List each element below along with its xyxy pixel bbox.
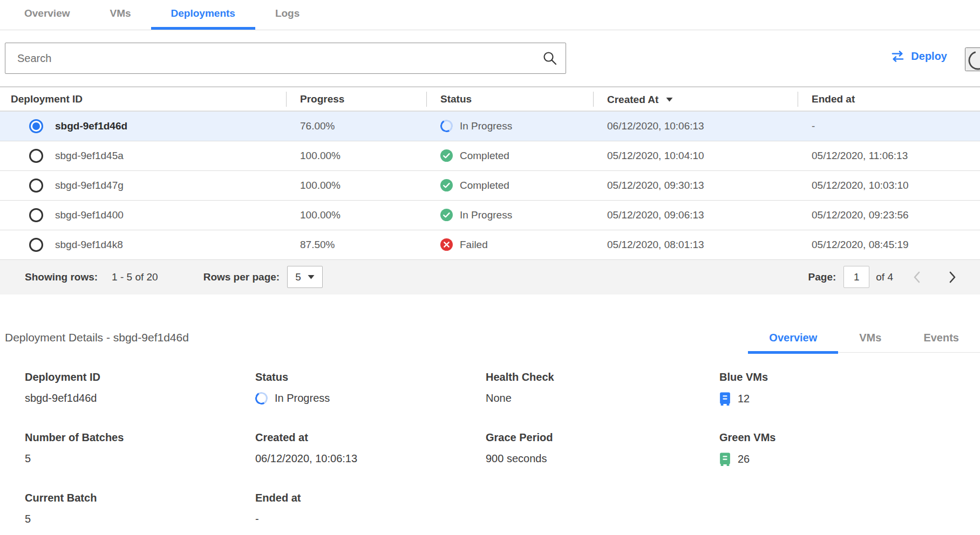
tab-logs[interactable]: Logs bbox=[255, 0, 319, 30]
chevron-down-icon bbox=[308, 275, 315, 279]
status-cell-td: Completed bbox=[426, 170, 593, 200]
status-wrap: Failed bbox=[440, 238, 593, 251]
deployment-id-cell: sbgd-9ef1d45a bbox=[0, 141, 286, 170]
row-radio-button[interactable] bbox=[29, 119, 43, 133]
refresh-button[interactable] bbox=[965, 47, 980, 71]
table-row[interactable]: sbgd-9ef1d4k887.50%Failed05/12/2020, 08:… bbox=[0, 230, 980, 259]
search-box bbox=[5, 43, 566, 74]
detail-field-label: Grace Period bbox=[486, 431, 719, 444]
column-header-created-at[interactable]: Created At bbox=[593, 87, 798, 111]
status-wrap: In Progress bbox=[440, 209, 593, 221]
detail-field-created-at: Created at06/12/2020, 10:06:13 bbox=[255, 431, 486, 466]
details-tab-overview[interactable]: Overview bbox=[748, 332, 838, 354]
deployment-id-text: sbgd-9ef1d46d bbox=[55, 120, 127, 132]
detail-field-value-text: 12 bbox=[738, 393, 750, 405]
column-header-status[interactable]: Status bbox=[426, 87, 593, 111]
detail-field-value: None bbox=[486, 392, 719, 404]
ended-at-cell: - bbox=[798, 111, 980, 141]
column-header-label: Ended at bbox=[812, 93, 855, 105]
detail-field-status: StatusIn Progress bbox=[255, 371, 486, 406]
row-radio-button[interactable] bbox=[29, 149, 43, 163]
detail-field-value-text: None bbox=[486, 392, 512, 404]
page-total: of 4 bbox=[876, 271, 893, 283]
search-icon[interactable] bbox=[542, 51, 557, 66]
status-text: Completed bbox=[460, 180, 509, 191]
detail-field-deployment-id: Deployment IDsbgd-9ef1d46d bbox=[25, 371, 255, 406]
in-progress-spinner-icon bbox=[254, 390, 269, 406]
table-row[interactable]: sbgd-9ef1d47g100.00%Completed05/12/2020,… bbox=[0, 170, 980, 200]
detail-field-value: sbgd-9ef1d46d bbox=[25, 392, 255, 404]
deployment-id-wrap: sbgd-9ef1d400 bbox=[14, 208, 286, 222]
tab-vms[interactable]: VMs bbox=[90, 0, 151, 30]
progress-cell: 76.00% bbox=[286, 111, 426, 141]
row-radio-button[interactable] bbox=[29, 238, 43, 252]
deployment-id-wrap: sbgd-9ef1d46d bbox=[14, 119, 286, 133]
table-footer: Showing rows: 1 - 5 of 20 Rows per page:… bbox=[0, 260, 980, 294]
column-header-label: Deployment ID bbox=[11, 93, 83, 105]
detail-field-value-text: 26 bbox=[738, 453, 750, 465]
deployment-id-text: sbgd-9ef1d45a bbox=[55, 150, 124, 162]
detail-field-health-check: Health CheckNone bbox=[486, 371, 719, 406]
created-at-cell: 05/12/2020, 09:30:13 bbox=[593, 170, 798, 200]
next-page-button[interactable] bbox=[949, 271, 957, 284]
detail-field-label: Health Check bbox=[486, 371, 719, 383]
page-label: Page: bbox=[808, 271, 836, 283]
deploy-button-label: Deploy bbox=[911, 50, 947, 63]
showing-rows-value: 1 - 5 of 20 bbox=[112, 271, 158, 283]
table-header: Deployment IDProgressStatusCreated AtEnd… bbox=[0, 87, 980, 111]
detail-field-label: Number of Batches bbox=[25, 431, 255, 444]
sort-desc-icon[interactable] bbox=[666, 93, 673, 104]
search-input[interactable] bbox=[5, 43, 566, 74]
completed-check-icon bbox=[440, 209, 453, 221]
chevron-right-icon bbox=[949, 271, 957, 284]
failed-x-icon bbox=[440, 238, 453, 251]
detail-field-ended-at: Ended at- bbox=[255, 492, 486, 525]
details-grid: Deployment IDsbgd-9ef1d46dStatusIn Progr… bbox=[0, 371, 980, 525]
created-at-cell: 05/12/2020, 10:04:10 bbox=[593, 141, 798, 170]
ended-at-cell: 05/12/2020, 09:23:56 bbox=[798, 200, 980, 230]
row-radio-button[interactable] bbox=[29, 208, 43, 222]
detail-field-value: 5 bbox=[25, 513, 255, 525]
table-row[interactable]: sbgd-9ef1d46d76.00%In Progress06/12/2020… bbox=[0, 111, 980, 141]
rows-per-page-select[interactable]: 5 bbox=[287, 266, 323, 288]
detail-field-value: In Progress bbox=[255, 392, 486, 404]
status-cell-td: Completed bbox=[426, 141, 593, 170]
tab-deployments[interactable]: Deployments bbox=[151, 0, 255, 30]
detail-field-number-of-batches: Number of Batches5 bbox=[25, 431, 255, 466]
deployment-id-wrap: sbgd-9ef1d45a bbox=[14, 149, 286, 163]
table-row[interactable]: sbgd-9ef1d45a100.00%Completed05/12/2020,… bbox=[0, 141, 980, 170]
column-header-progress[interactable]: Progress bbox=[286, 87, 426, 111]
page-number-input[interactable] bbox=[843, 266, 869, 288]
progress-cell: 87.50% bbox=[286, 230, 426, 259]
details-tab-events[interactable]: Events bbox=[902, 332, 980, 354]
row-radio-button[interactable] bbox=[29, 179, 43, 193]
previous-page-button[interactable] bbox=[913, 271, 921, 284]
column-header-label: Created At bbox=[607, 94, 658, 105]
detail-field-value-text: - bbox=[255, 513, 259, 525]
deploy-button[interactable]: Deploy bbox=[890, 50, 947, 63]
detail-field-grace-period: Grace Period900 seconds bbox=[486, 431, 719, 466]
detail-field-blue-vms: Blue VMs12 bbox=[719, 371, 980, 406]
table-row[interactable]: sbgd-9ef1d400100.00%In Progress05/12/202… bbox=[0, 200, 980, 230]
deployment-id-cell: sbgd-9ef1d47g bbox=[0, 170, 286, 200]
deployment-id-text: sbgd-9ef1d4k8 bbox=[55, 239, 123, 251]
deployment-id-wrap: sbgd-9ef1d4k8 bbox=[14, 238, 286, 252]
column-header-deployment-id[interactable]: Deployment ID bbox=[0, 87, 286, 111]
detail-field-green-vms: Green VMs26 bbox=[719, 431, 980, 466]
deployment-id-wrap: sbgd-9ef1d47g bbox=[14, 179, 286, 193]
details-tab-vms[interactable]: VMs bbox=[838, 332, 902, 354]
tab-overview[interactable]: Overview bbox=[4, 0, 90, 30]
deployment-id-text: sbgd-9ef1d400 bbox=[55, 209, 124, 221]
detail-field-label: Created at bbox=[255, 431, 486, 444]
status-wrap: In Progress bbox=[440, 120, 593, 132]
completed-check-icon bbox=[440, 179, 453, 191]
detail-field-label: Deployment ID bbox=[25, 371, 255, 383]
column-header-ended-at[interactable]: Ended at bbox=[798, 87, 980, 111]
status-cell-td: In Progress bbox=[426, 111, 593, 141]
detail-field-label: Current Batch bbox=[25, 492, 255, 504]
top-tab-bar: OverviewVMsDeploymentsLogs bbox=[0, 0, 980, 30]
completed-check-icon bbox=[440, 149, 453, 162]
status-wrap: Completed bbox=[440, 149, 593, 162]
column-header-label: Status bbox=[440, 93, 472, 105]
detail-field-label: Status bbox=[255, 371, 486, 383]
